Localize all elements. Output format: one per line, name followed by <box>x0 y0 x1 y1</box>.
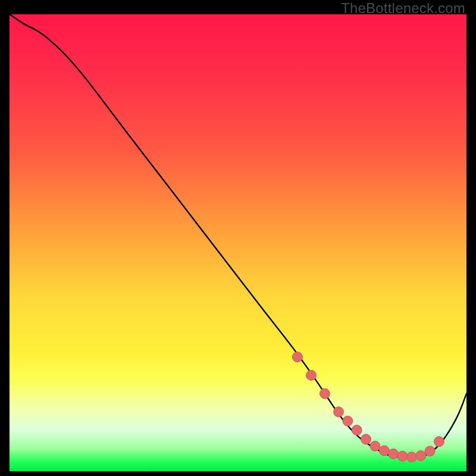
marker-point <box>320 389 330 399</box>
marker-point <box>352 425 362 435</box>
marker-point <box>333 407 343 417</box>
marker-point <box>406 452 416 462</box>
marker-point <box>379 446 389 456</box>
marker-point <box>389 449 399 459</box>
marker-point <box>292 352 302 362</box>
chart-svg <box>10 14 466 471</box>
marker-point <box>416 450 426 461</box>
marker-point <box>425 446 435 456</box>
marker-point <box>343 416 353 426</box>
marker-point <box>370 441 380 451</box>
bottleneck-curve <box>10 14 466 458</box>
marker-point <box>434 437 444 447</box>
marker-group <box>292 352 444 462</box>
marker-point <box>306 370 316 380</box>
marker-point <box>397 451 408 461</box>
marker-point <box>361 434 371 444</box>
chart-frame <box>10 14 466 471</box>
